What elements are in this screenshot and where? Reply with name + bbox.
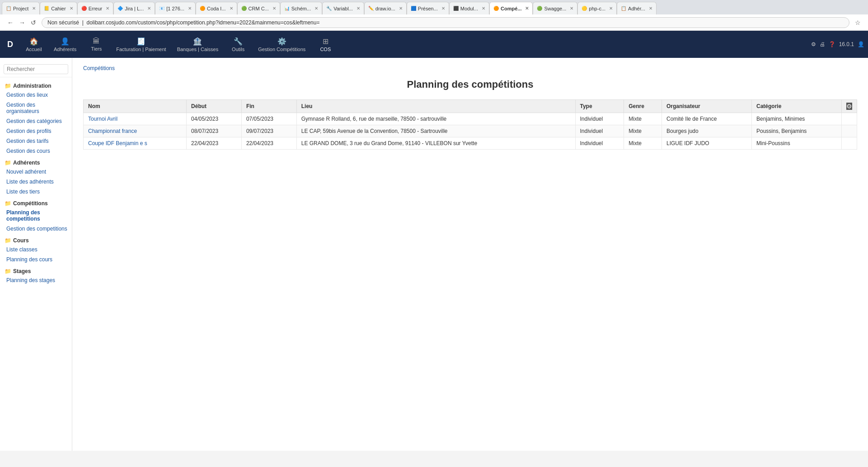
breadcrumb[interactable]: Compétitions: [83, 65, 857, 71]
row3-actions: [842, 137, 857, 150]
tab-compe[interactable]: 🟠Compé...✕: [489, 2, 533, 14]
row1-nom[interactable]: Tournoi Avril: [84, 113, 187, 125]
folder-icon-competitions: 📁: [5, 200, 11, 207]
nav-tiers-label: Tiers: [91, 46, 102, 52]
nav-banques[interactable]: 🏦 Banques | Caisses: [173, 34, 223, 55]
user-avatar[interactable]: 👤: [858, 41, 864, 47]
tab-drawio[interactable]: ✏️draw.io...✕: [364, 2, 407, 14]
sidebar-search-container: [0, 61, 72, 77]
row3-debut: 22/04/2023: [187, 137, 242, 150]
sidebar-item-planning-cours[interactable]: Planning des cours: [0, 255, 72, 264]
folder-icon-admin: 📁: [5, 83, 11, 89]
app-logo[interactable]: D: [4, 38, 17, 51]
tab-schema[interactable]: 📊Schém...✕: [280, 2, 322, 14]
row1-genre: Mixte: [624, 113, 662, 125]
bookmark-button[interactable]: ☆: [853, 18, 863, 27]
bank-icon: 🏦: [193, 37, 202, 46]
tab-mail[interactable]: 📧[1 276...✕: [155, 2, 196, 14]
sidebar-item-liste-tiers[interactable]: Liste des tiers: [0, 187, 72, 197]
nav-right: ⚙ 🖨 ❓ 16.0.1 👤: [811, 41, 864, 47]
tab-bar: 📋Project✕ 📒Cahier✕ 🔴Erreur✕ 🔷Jira | L...…: [0, 0, 868, 14]
row2-fin: 09/07/2023: [241, 125, 296, 137]
sidebar-item-gestion-cours[interactable]: Gestion des cours: [0, 146, 72, 156]
sidebar-item-gestion-competitions[interactable]: Gestion des competitions: [0, 224, 72, 234]
page-title: Planning des compétitions: [83, 79, 857, 90]
tab-cahier[interactable]: 📒Cahier✕: [40, 2, 77, 14]
address-bar: ← → ↺ ☆: [0, 14, 868, 31]
main-area: 📁 Administration Gestion des lieux Gesti…: [0, 58, 868, 451]
row3-lieu: LE GRAND DOME, 3 rue du Grand Dome, 9114…: [296, 137, 575, 150]
row3-organisateur: LIGUE IDF JUDO: [662, 137, 751, 150]
nav-gestion-comp[interactable]: ⚙️ Gestion Compétitions: [253, 34, 310, 55]
sidebar-item-gestion-categories[interactable]: Gestion des catégories: [0, 116, 72, 126]
tab-modul[interactable]: ⬛Modul...✕: [449, 2, 489, 14]
address-input[interactable]: [42, 17, 849, 28]
tab-swagger[interactable]: 🟢Swagge...✕: [533, 2, 577, 14]
sidebar-item-nouvel-adherent[interactable]: Nouvel adhérent: [0, 167, 72, 177]
tab-coda[interactable]: 🟠Coda I...✕: [196, 2, 237, 14]
search-input[interactable]: [4, 64, 68, 74]
table-row: Tournoi Avril 04/05/2023 07/05/2023 Gymn…: [84, 113, 857, 125]
tab-php[interactable]: 🟡php-c...✕: [577, 2, 617, 14]
row1-type: Individuel: [575, 113, 624, 125]
nav-facturation-label: Facturation | Paiement: [116, 47, 166, 52]
section-adherents: 📁 Adhérents: [0, 156, 72, 167]
nav-outils[interactable]: 🔧 Outils: [225, 34, 252, 55]
tab-adher[interactable]: 📋Adhér...✕: [617, 2, 657, 14]
tab-jira[interactable]: 🔷Jira | L...✕: [113, 2, 155, 14]
table-settings-button[interactable]: ⚙: [846, 103, 852, 110]
col-header-debut: Début: [187, 100, 242, 113]
settings-icon[interactable]: ⚙: [811, 41, 816, 47]
nav-facturation[interactable]: 🧾 Facturation | Paiement: [112, 34, 170, 55]
row2-genre: Mixte: [624, 125, 662, 137]
cos-icon: ⊞: [323, 37, 328, 46]
tools-icon: 🔧: [234, 37, 243, 46]
page-content: Compétitions Planning des compétitions N…: [72, 58, 868, 451]
top-nav: D 🏠 Accueil 👤 Adhérents 🏛 Tiers 🧾 Factur…: [0, 31, 868, 58]
sidebar-item-liste-adherents[interactable]: Liste des adhérents: [0, 177, 72, 187]
print-icon[interactable]: 🖨: [820, 41, 825, 47]
tab-presen[interactable]: 🟦Présen...✕: [407, 2, 449, 14]
row3-categorie: Mini-Poussins: [751, 137, 841, 150]
tab-project[interactable]: 📋Project✕: [2, 2, 40, 14]
col-header-nom: Nom: [84, 100, 187, 113]
col-header-type: Type: [575, 100, 624, 113]
row1-debut: 04/05/2023: [187, 113, 242, 125]
col-header-fin: Fin: [241, 100, 296, 113]
row2-nom[interactable]: Championnat france: [84, 125, 187, 137]
nav-adherents-label: Adhérents: [54, 47, 76, 52]
help-icon[interactable]: ❓: [829, 41, 835, 47]
nav-adherents[interactable]: 👤 Adhérents: [49, 34, 81, 55]
nav-tiers[interactable]: 🏛 Tiers: [83, 34, 110, 54]
row2-type: Individuel: [575, 125, 624, 137]
sidebar-item-liste-classes[interactable]: Liste classes: [0, 245, 72, 255]
sidebar-item-gestion-organisateurs[interactable]: Gestion des organisateurs: [0, 100, 72, 116]
nav-outils-label: Outils: [232, 47, 244, 52]
back-button[interactable]: ←: [5, 18, 15, 27]
reload-button[interactable]: ↺: [29, 18, 38, 27]
tab-crm[interactable]: 🟢CRM C...✕: [237, 2, 280, 14]
sidebar-item-planning-competitions[interactable]: Planning des competitions: [0, 208, 72, 224]
competitions-table: Nom Début Fin Lieu Type Genre Organisate…: [83, 99, 857, 150]
sidebar-item-gestion-lieux[interactable]: Gestion des lieux: [0, 90, 72, 100]
nav-cos-label: COS: [320, 47, 331, 52]
row3-nom[interactable]: Coupe IDF Benjamin e s: [84, 137, 187, 150]
forward-button[interactable]: →: [17, 18, 27, 27]
row2-categorie: Poussins, Benjamins: [751, 125, 841, 137]
sidebar-item-planning-stages[interactable]: Planning des stages: [0, 275, 72, 285]
nav-cos[interactable]: ⊞ COS: [312, 34, 339, 55]
sidebar-item-gestion-profils[interactable]: Gestion des profils: [0, 126, 72, 136]
nav-banques-label: Banques | Caisses: [177, 47, 219, 52]
section-administration: 📁 Administration: [0, 79, 72, 90]
tab-erreur[interactable]: 🔴Erreur✕: [77, 2, 114, 14]
version-label: 16.0.1: [839, 41, 854, 47]
nav-accueil[interactable]: 🏠 Accueil: [20, 34, 47, 55]
tab-variable[interactable]: 🔧Variabl...✕: [322, 2, 364, 14]
building-icon: 🏛: [93, 37, 100, 45]
row1-lieu: Gymnase R Rolland, 6, rue de marseille, …: [296, 113, 575, 125]
section-stages: 📁 Stages: [0, 264, 72, 275]
row1-actions: [842, 113, 857, 125]
sidebar-item-gestion-tarifs[interactable]: Gestion des tarifs: [0, 136, 72, 146]
invoice-icon: 🧾: [136, 37, 145, 46]
row1-fin: 07/05/2023: [241, 113, 296, 125]
